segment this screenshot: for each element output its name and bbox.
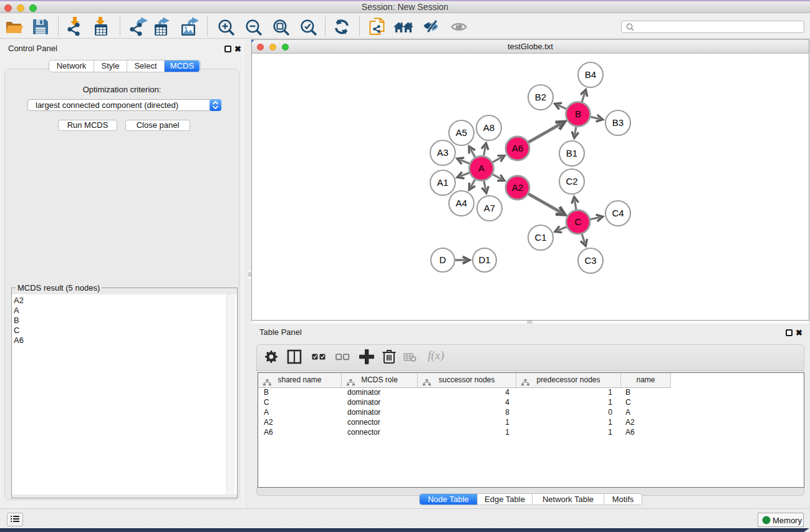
svg-text:A8: A8 xyxy=(483,122,494,133)
svg-text:A3: A3 xyxy=(437,147,448,158)
svg-text:D: D xyxy=(440,254,446,265)
svg-text:B4: B4 xyxy=(585,69,596,80)
svg-text:A2: A2 xyxy=(512,182,523,193)
svg-text:C4: C4 xyxy=(612,208,624,218)
svg-text:A: A xyxy=(478,163,485,173)
svg-text:C: C xyxy=(575,216,582,227)
svg-text:C2: C2 xyxy=(566,176,577,186)
svg-text:C1: C1 xyxy=(534,232,546,243)
svg-text:A4: A4 xyxy=(456,198,467,208)
svg-text:C3: C3 xyxy=(584,255,596,266)
svg-text:D1: D1 xyxy=(478,254,490,265)
svg-text:A7: A7 xyxy=(484,203,495,213)
svg-text:B3: B3 xyxy=(612,117,624,128)
svg-text:B2: B2 xyxy=(535,92,546,102)
svg-text:A1: A1 xyxy=(437,177,448,188)
svg-text:A5: A5 xyxy=(456,127,467,138)
svg-text:B1: B1 xyxy=(566,148,577,158)
svg-text:B: B xyxy=(575,109,581,119)
svg-text:f(x): f(x) xyxy=(428,349,444,362)
svg-text:A6: A6 xyxy=(512,143,523,153)
